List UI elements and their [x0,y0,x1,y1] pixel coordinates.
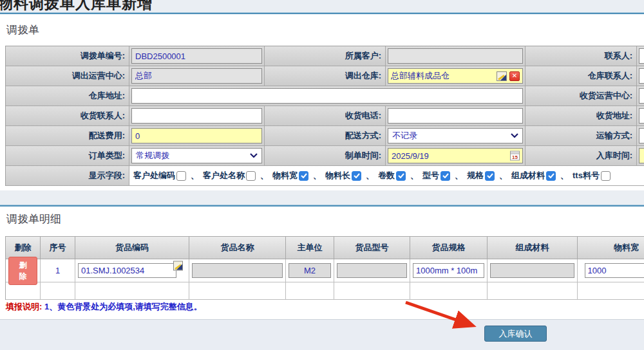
out-center-label: 调出运营中心: [6,66,129,86]
create-time-label: 制单时间: [265,146,386,166]
main-unit-input[interactable] [289,263,331,278]
display-field-item: 组成材料 [511,170,556,181]
display-fields-label: 显示字段: [6,166,129,186]
recv-contact-input[interactable] [131,108,262,124]
empty-cell [41,282,75,300]
delete-row-button[interactable]: 删除 [8,257,37,285]
checkmark-icon [548,173,554,178]
table-row-cell [488,259,578,282]
chevron-down-icon [511,133,518,138]
transport-method-input[interactable] [639,128,644,143]
checkmark-icon [301,173,307,178]
footer-bar [0,319,644,350]
col-header-width: 物料宽 [578,237,644,259]
display-fields-row: 客户处编码、 客户处名称、 物料宽、 物料长、 卷数、 型号、 规格、 组成材料… [129,166,644,186]
empty-cell [189,282,286,300]
note-text: 1、黄色背景处为必填项,请填写完整信息。 [44,302,202,311]
customer-input[interactable] [388,48,523,64]
checkbox[interactable] [601,171,611,181]
clear-icon[interactable]: ✕ [509,71,520,81]
checkbox[interactable] [299,171,308,181]
fill-note: 填报说明: 1、黄色背景处为必填项,请填写完整信息。 [6,301,202,313]
empty-cell [75,282,189,300]
recv-contact-label: 收货联系人: [6,106,129,126]
display-field-item: 物料宽 [272,170,308,181]
note-label: 填报说明: [6,302,42,311]
order-type-label: 订单类型: [6,146,129,166]
goods-model-input[interactable] [337,263,407,278]
goods-code-input[interactable] [78,263,176,278]
col-header-material: 组成材料 [488,237,578,259]
checkmark-icon [487,173,493,178]
display-field-item: 物料长 [325,170,361,181]
table-row-cell [286,259,334,282]
recv-center-label: 收货运营中心: [526,86,637,106]
contact-input[interactable] [639,48,644,64]
goods-name-input[interactable] [192,263,283,278]
table-row-cell [334,259,410,282]
display-field-item: 客户处名称 [203,170,256,181]
empty-cell [410,282,488,300]
calendar-icon[interactable]: 15 [510,151,520,161]
out-center-input[interactable] [131,68,262,84]
col-header-model: 货品型号 [334,237,410,259]
checkbox[interactable] [485,171,495,181]
checkmark-icon [442,173,449,178]
delivery-fee-input[interactable] [131,128,262,143]
checkbox[interactable] [352,171,361,181]
section-title-transfer-order: 调拨单 [6,23,39,37]
display-field-item: 型号 [422,170,450,181]
goods-spec-input[interactable] [413,263,484,278]
lookup-icon[interactable] [497,71,507,81]
section-title-transfer-detail: 调拨单明细 [6,212,61,226]
empty-cell [488,282,578,300]
checkbox[interactable] [176,171,186,181]
row-seq: 1 [55,266,60,275]
checkbox[interactable] [546,171,556,181]
page: 物料调拨单入库单新增 调拨单 调拨单编号: 所属客户: 联系人: 调出运营中心:… [0,0,644,350]
order-no-input[interactable] [131,48,262,64]
warehouse-address-input[interactable] [131,88,523,104]
out-warehouse-label: 调出仓库: [265,66,386,86]
empty-cell [578,282,644,300]
out-warehouse-value: 总部辅料成品仓 [391,70,494,82]
checkbox[interactable] [396,171,406,181]
col-header-delete: 删除 [6,237,41,259]
checkbox[interactable] [246,171,256,181]
warehouse-contact-label: 仓库联系人: [526,66,637,86]
recv-address-input[interactable] [639,108,644,124]
table-row-cell [410,259,488,282]
transfer-detail-table: 删除 序号 货品编码 货品名称 主单位 货品型号 货品规格 组成材料 物料宽 删… [5,236,644,300]
customer-label: 所属客户: [265,46,386,66]
transfer-order-form: 调拨单编号: 所属客户: 联系人: 调出运营中心: 调出仓库: 总部辅料成品仓 … [5,46,644,186]
col-header-unit: 主单位 [286,237,334,259]
delivery-method-label: 配送方式: [265,126,386,146]
inbound-confirm-button[interactable]: 入库确认 [484,326,547,342]
chevron-down-icon [250,153,258,158]
table-row-cell [189,259,286,282]
delivery-fee-label: 配送费用: [6,126,129,146]
warehouse-address-label: 仓库地址: [6,86,129,106]
lookup-icon[interactable] [173,261,183,271]
material-input[interactable] [490,263,574,278]
contact-label: 联系人: [526,46,637,66]
warehouse-contact-input[interactable] [639,68,644,84]
order-type-select[interactable]: 常规调拨 [131,148,262,163]
col-header-code: 货品编码 [75,237,189,259]
recv-center-input[interactable] [639,88,644,104]
inbound-time-label: 入库时间: [526,146,637,166]
table-row-cell [75,259,189,282]
transport-method-label: 运输方式: [526,126,637,146]
checkbox[interactable] [440,171,450,181]
order-no-label: 调拨单编号: [6,46,129,66]
out-warehouse-field[interactable]: 总部辅料成品仓 ✕ [388,68,523,84]
material-width-input[interactable] [585,263,644,278]
display-field-item: 卷数 [378,170,406,181]
table-row-cell: 1 [41,259,75,282]
recv-phone-input[interactable] [388,108,523,124]
delivery-method-select[interactable]: 不记录 [388,128,523,143]
create-time-input[interactable] [388,148,523,163]
recv-address-label: 收货地址: [526,106,637,126]
inbound-time-input[interactable] [639,148,644,163]
empty-cell [286,282,334,300]
